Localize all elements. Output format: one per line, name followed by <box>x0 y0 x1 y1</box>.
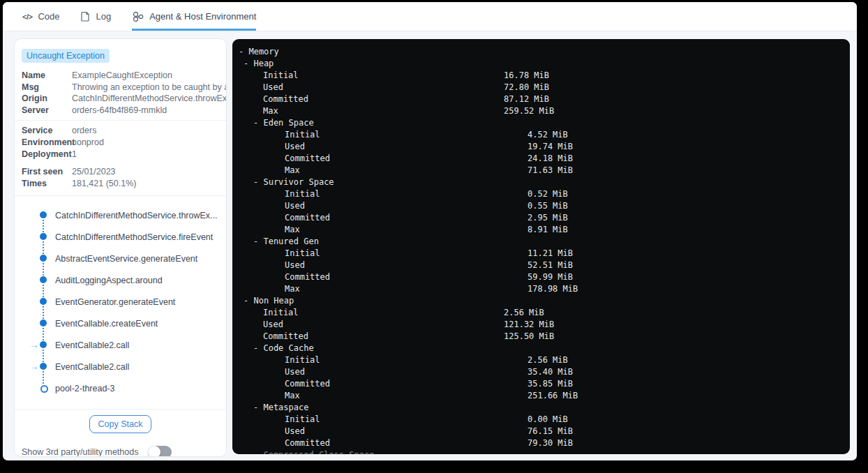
memory-tree-node: - Compressed Class Space <box>239 449 850 454</box>
memory-label: - Code Cache <box>239 343 314 353</box>
memory-value: 0.52 MiB <box>527 188 568 200</box>
frame-marker-icon <box>40 233 47 240</box>
detail-value: 25/01/2023 <box>72 166 226 178</box>
memory-label: Max <box>239 391 300 400</box>
memory-label: Initial <box>239 355 320 365</box>
memory-metric-row: Committed35.85 MiB <box>239 378 850 390</box>
memory-metric-row: Initial2.56 MiB <box>239 307 850 319</box>
stack-frame-item[interactable]: CatchInDifferentMethodService.throwEx... <box>29 204 226 226</box>
stack-frame-item[interactable]: EventGenerator.generateEvent <box>29 291 226 313</box>
stack-frame-item[interactable]: →EventCallable2.call <box>29 334 226 356</box>
memory-label: - Eden Space <box>239 118 314 128</box>
memory-metric-row: Initial0.52 MiB <box>239 188 850 200</box>
tab-agent-host-environment[interactable]: Agent & Host Environment <box>132 2 256 31</box>
memory-value: 178.98 MiB <box>527 283 578 295</box>
memory-label: Initial <box>239 130 320 140</box>
copy-stack-button[interactable]: Copy Stack <box>89 415 152 433</box>
memory-label: Used <box>239 142 305 151</box>
thread-marker-icon <box>40 385 48 393</box>
detail-value: orders <box>72 125 226 137</box>
memory-metric-row: Initial16.78 MiB <box>239 70 850 82</box>
stack-frame-label: AbstractEventService.generateEvent <box>55 254 197 264</box>
frame-marker-icon <box>40 276 47 283</box>
memory-label: - Non Heap <box>239 296 294 306</box>
memory-label: - Metaspace <box>239 403 308 412</box>
stack-frame-label: EventCallable.createEvent <box>55 319 158 329</box>
stack-frame-item[interactable]: CatchInDifferentMethodService.fireEvent <box>29 226 226 248</box>
memory-value: 35.85 MiB <box>527 378 573 390</box>
memory-tree-node: - Non Heap <box>239 295 850 307</box>
detail-label: Msg <box>22 82 72 93</box>
tab-code[interactable]: </> Code <box>22 2 59 31</box>
stack-frame-item[interactable]: pool-2-thread-3 <box>29 377 226 399</box>
memory-label: - Memory <box>239 47 279 57</box>
memory-metric-row: Max178.98 MiB <box>239 283 850 295</box>
memory-label: - Tenured Gen <box>239 236 319 246</box>
show-third-party-toggle[interactable] <box>148 446 172 457</box>
memory-value: 0.55 MiB <box>527 200 568 212</box>
memory-value: 2.95 MiB <box>527 212 568 224</box>
agent-environment-icon <box>132 11 144 22</box>
memory-metric-row: Committed59.99 MiB <box>239 271 850 283</box>
memory-label: Max <box>239 106 278 116</box>
detail-row: Serviceorders <box>22 125 226 137</box>
memory-label: Initial <box>239 189 320 199</box>
memory-tree-node: - Survivor Space <box>239 177 850 188</box>
exception-details-section: NameExampleCaughtExceptionMsgThrowing an… <box>15 70 226 116</box>
memory-value: 8.91 MiB <box>527 224 568 236</box>
log-icon <box>80 11 90 22</box>
memory-label: Used <box>239 320 283 329</box>
detail-label: Server <box>22 105 72 117</box>
divider <box>15 409 226 410</box>
frame-marker-icon <box>40 341 47 348</box>
memory-label: Used <box>239 426 305 436</box>
memory-metric-row: Committed79.30 MiB <box>239 437 850 449</box>
tab-log[interactable]: Log <box>80 2 111 31</box>
detail-value: CatchInDifferentMethodService.throwExcep <box>72 93 226 105</box>
memory-value: 2.56 MiB <box>504 307 544 319</box>
memory-tree-node: - Tenured Gen <box>239 236 850 248</box>
detail-row: MsgThrowing an exception to be caught by… <box>22 82 226 93</box>
memory-value: 125.50 MiB <box>504 331 554 343</box>
memory-label: Committed <box>239 94 308 104</box>
memory-metric-row: Max8.91 MiB <box>239 224 850 236</box>
detail-row: Serverorders-64fb4f869-mmkld <box>22 105 226 117</box>
toggle-knob <box>148 446 160 457</box>
exception-context-section: ServiceordersEnvironmentnonprodDeploymen… <box>15 125 226 160</box>
memory-value: 259.52 MiB <box>504 105 554 117</box>
memory-metric-row: Used0.55 MiB <box>239 200 850 212</box>
stack-frame-label: pool-2-thread-3 <box>55 384 114 393</box>
detail-value: Throwing an exception to be caught by a … <box>72 82 226 93</box>
memory-value: 11.21 MiB <box>527 248 573 260</box>
memory-metric-row: Used121.32 MiB <box>239 319 850 331</box>
stack-frame-item[interactable]: AuditLoggingAspect.around <box>29 269 226 291</box>
memory-value: 4.52 MiB <box>527 129 568 141</box>
detail-label: Service <box>22 125 72 137</box>
frame-marker-icon <box>40 211 47 218</box>
memory-label: - Survivor Space <box>239 177 334 187</box>
detail-label: Name <box>22 70 72 82</box>
show-third-party-label: Show 3rd party/utility methods <box>22 447 138 457</box>
current-frame-arrow-icon: → <box>29 361 39 372</box>
detail-value: ExampleCaughtException <box>72 70 226 82</box>
memory-label: Committed <box>239 213 330 223</box>
agent-memory-panel[interactable]: - Memory- HeapInitial16.78 MiBUsed72.80 … <box>232 39 850 454</box>
detail-row: Environmentnonprod <box>22 137 226 149</box>
memory-label: Max <box>239 165 300 175</box>
stack-frame-item[interactable]: AbstractEventService.generateEvent <box>29 248 226 269</box>
memory-label: Committed <box>239 272 330 282</box>
stack-frame-item[interactable]: →EventCallable2.call <box>29 356 226 377</box>
memory-tree-node: - Metaspace <box>239 402 850 414</box>
detail-value: nonprod <box>72 137 226 149</box>
memory-label: Initial <box>239 414 320 424</box>
memory-label: Used <box>239 367 305 377</box>
frame-marker-icon <box>40 320 47 326</box>
memory-metric-row: Committed24.18 MiB <box>239 153 850 165</box>
detail-label: Environment <box>22 137 72 149</box>
memory-value: 71.63 MiB <box>527 165 573 177</box>
detail-row: OriginCatchInDifferentMethodService.thro… <box>22 93 226 105</box>
stack-frame-item[interactable]: EventCallable.createEvent <box>29 313 226 334</box>
memory-value: 72.80 MiB <box>504 82 549 93</box>
memory-metric-row: Initial0.00 MiB <box>239 414 850 426</box>
detail-row: First seen25/01/2023 <box>22 166 226 178</box>
